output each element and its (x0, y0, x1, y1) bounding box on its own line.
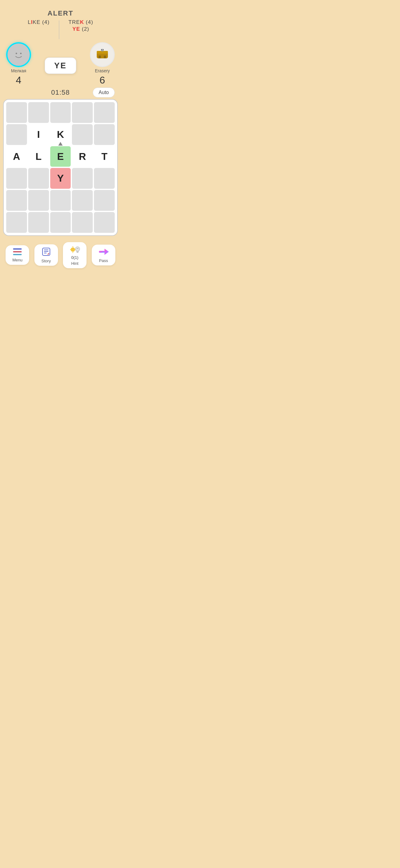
grid-cell[interactable] (28, 212, 49, 233)
svg-point-6 (101, 49, 102, 50)
svg-point-22 (75, 247, 80, 251)
grid-cell[interactable] (28, 168, 49, 189)
left-player: Мелкая 4 (6, 42, 31, 86)
grid-cell[interactable] (50, 190, 71, 211)
right-avatar (90, 42, 115, 67)
grid-cell[interactable] (72, 212, 93, 233)
right-player-name: Erasery (95, 68, 110, 73)
eraser-icon (93, 45, 112, 64)
svg-rect-25 (99, 251, 105, 253)
pass-label: Pass (99, 258, 108, 263)
right-word-col: TREK (4) YE (2) (69, 19, 93, 32)
players-row: Мелкая 4 YE Erasery 6 (0, 39, 121, 86)
menu-icon (13, 248, 22, 256)
svg-rect-24 (76, 252, 78, 253)
right-player: Erasery 6 (90, 42, 115, 86)
svg-marker-26 (104, 249, 109, 255)
cell-letter: Y (57, 173, 64, 184)
grid-cell[interactable]: R (72, 146, 93, 167)
story-label: Story (41, 258, 51, 263)
auto-button[interactable]: Auto (93, 88, 115, 97)
grid-cell[interactable] (6, 190, 27, 211)
grid-cell[interactable] (6, 124, 27, 145)
menu-label: Menu (12, 258, 23, 262)
cell-letter: R (79, 151, 86, 162)
svg-rect-10 (13, 248, 22, 250)
timer-display: 01:58 (51, 89, 70, 97)
hint-nav-item[interactable]: 0(1) Hint (63, 242, 87, 268)
hint-label: Hint (71, 261, 78, 266)
cell-letter: E (57, 151, 64, 162)
cell-letter: K (57, 129, 64, 140)
grid-cell[interactable] (50, 102, 71, 123)
svg-point-17 (71, 247, 75, 252)
svg-point-1 (15, 53, 17, 54)
grid-cell[interactable] (28, 102, 49, 123)
grid-cell[interactable] (6, 168, 27, 189)
trek-entry: TREK (4) (69, 19, 93, 26)
svg-rect-23 (76, 251, 79, 252)
svg-rect-9 (104, 56, 106, 58)
grid-cell[interactable]: L (28, 146, 49, 167)
grid-cell[interactable] (72, 124, 93, 145)
alert-label: ALERT (47, 9, 73, 18)
game-grid: IKALERTY (6, 102, 115, 233)
grid-cell[interactable]: I (28, 124, 49, 145)
smiley-icon (11, 47, 26, 62)
grid-cell[interactable] (6, 102, 27, 123)
grid-cell[interactable] (94, 102, 115, 123)
grid-cell[interactable] (94, 168, 115, 189)
cell-letter: T (101, 151, 108, 162)
hint-icon (69, 245, 80, 254)
pass-nav-item[interactable]: Pass (92, 245, 115, 266)
svg-rect-12 (13, 254, 22, 255)
grid-cell[interactable]: Y (50, 168, 71, 189)
svg-point-0 (12, 48, 25, 61)
left-player-name: Мелкая (11, 68, 26, 73)
cell-letter: L (35, 151, 41, 162)
right-player-score: 6 (100, 74, 105, 86)
divider (59, 21, 59, 39)
bottom-nav: Menu Story (0, 239, 121, 274)
current-word-area: YE (45, 57, 76, 74)
timer-row: 01:58 Auto (0, 86, 121, 99)
svg-point-7 (103, 49, 104, 50)
left-avatar (6, 42, 31, 67)
left-player-score: 4 (16, 74, 22, 86)
svg-rect-11 (13, 251, 22, 252)
grid-cell[interactable] (94, 190, 115, 211)
grid-cell[interactable] (94, 124, 115, 145)
grid-cell[interactable] (94, 212, 115, 233)
left-word-col: LIKE (4) (28, 19, 49, 26)
svg-rect-8 (99, 56, 101, 58)
svg-point-2 (20, 53, 22, 54)
ye-entry: YE (2) (72, 26, 89, 32)
menu-nav-item[interactable]: Menu (6, 245, 29, 265)
word-scores: LIKE (4) TREK (4) YE (2) (28, 19, 93, 39)
grid-cell[interactable] (72, 102, 93, 123)
grid-cell[interactable]: A (6, 146, 27, 167)
grid-cell[interactable] (6, 212, 27, 233)
arrow-indicator (58, 142, 63, 146)
cell-letter: I (37, 129, 40, 140)
grid-cell[interactable]: E (50, 146, 71, 167)
cell-letter: A (13, 151, 20, 162)
story-icon (42, 247, 51, 257)
like-entry: LIKE (4) (28, 19, 49, 26)
pass-icon (98, 248, 109, 257)
grid-cell[interactable]: T (94, 146, 115, 167)
hint-count: 0(1) (71, 255, 78, 260)
score-area: ALERT LIKE (4) TREK (4) YE (2) (0, 0, 121, 45)
game-grid-container: IKALERTY (3, 99, 118, 236)
grid-cell[interactable] (50, 212, 71, 233)
current-word-bubble: YE (45, 57, 76, 74)
grid-cell[interactable] (28, 190, 49, 211)
grid-cell[interactable] (72, 190, 93, 211)
story-nav-item[interactable]: Story (34, 244, 58, 266)
grid-cell[interactable] (72, 168, 93, 189)
